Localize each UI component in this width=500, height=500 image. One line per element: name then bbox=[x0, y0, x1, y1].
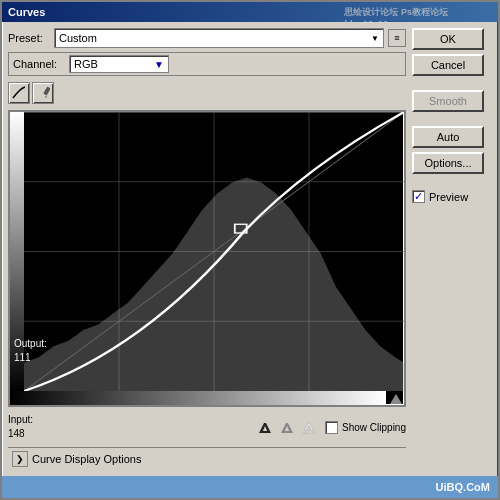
black-eyedropper-btn[interactable] bbox=[255, 417, 275, 437]
curves-window: Curves 思绘设计论坛 Ps教程论坛bbs.16x16.com Preset… bbox=[0, 0, 500, 500]
left-panel: Preset: Custom ▼ ≡ Channel: RGB ▼ bbox=[8, 28, 406, 470]
main-content: Preset: Custom ▼ ≡ Channel: RGB ▼ bbox=[2, 22, 498, 476]
svg-rect-15 bbox=[305, 431, 313, 433]
bottom-watermark: UiBQ.CoM bbox=[436, 481, 490, 493]
input-value: 148 bbox=[8, 427, 33, 441]
preset-label: Preset: bbox=[8, 32, 50, 44]
below-graph: Input: 148 bbox=[8, 411, 406, 443]
slider-triangle bbox=[390, 394, 402, 404]
show-clipping-row: Show Clipping bbox=[325, 421, 406, 434]
cancel-button[interactable]: Cancel bbox=[412, 54, 484, 76]
channel-row: Channel: RGB ▼ bbox=[8, 52, 406, 76]
options-button[interactable]: Options... bbox=[412, 152, 484, 174]
tools-row bbox=[8, 80, 406, 106]
channel-value: RGB bbox=[74, 58, 98, 70]
svg-rect-11 bbox=[261, 431, 269, 433]
preview-row: ✓ Preview bbox=[412, 190, 492, 203]
svg-rect-13 bbox=[283, 431, 291, 433]
horizontal-gradient bbox=[10, 391, 386, 405]
preview-label: Preview bbox=[429, 191, 468, 203]
input-display: Input: 148 bbox=[8, 413, 33, 441]
show-clipping-checkbox[interactable] bbox=[325, 421, 338, 434]
preview-check-mark: ✓ bbox=[414, 191, 423, 202]
ok-button[interactable]: OK bbox=[412, 28, 484, 50]
show-clipping-label: Show Clipping bbox=[342, 422, 406, 433]
curve-options-row: ❯ Curve Display Options bbox=[8, 447, 406, 470]
svg-marker-1 bbox=[45, 95, 47, 98]
smooth-button[interactable]: Smooth bbox=[412, 90, 484, 112]
title-bar: Curves 思绘设计论坛 Ps教程论坛bbs.16x16.com bbox=[2, 2, 498, 22]
channel-arrow: ▼ bbox=[154, 59, 164, 70]
channel-dropdown[interactable]: RGB ▼ bbox=[69, 55, 169, 73]
auto-button[interactable]: Auto bbox=[412, 126, 484, 148]
expand-curve-options-btn[interactable]: ❯ bbox=[12, 451, 28, 467]
preset-value: Custom bbox=[59, 32, 97, 44]
curve-tool-btn[interactable] bbox=[8, 82, 30, 104]
output-label-text: Output: bbox=[14, 337, 47, 351]
svg-rect-0 bbox=[43, 87, 50, 96]
bottom-bar: UiBQ.CoM bbox=[2, 476, 498, 498]
eyedropper-group bbox=[255, 417, 319, 437]
preview-checkbox[interactable]: ✓ bbox=[412, 190, 425, 203]
preset-options-icon[interactable]: ≡ bbox=[388, 29, 406, 47]
curves-graph[interactable]: Output: 111 bbox=[8, 110, 406, 407]
preset-arrow: ▼ bbox=[371, 34, 379, 43]
right-panel: OK Cancel Smooth Auto Options... ✓ Previ… bbox=[412, 28, 492, 470]
input-label-text: Input: bbox=[8, 413, 33, 427]
curve-options-label: Curve Display Options bbox=[32, 453, 141, 465]
white-eyedropper-btn[interactable] bbox=[299, 417, 319, 437]
pencil-tool-btn[interactable] bbox=[32, 82, 54, 104]
output-value: 111 bbox=[14, 351, 47, 365]
gray-eyedropper-btn[interactable] bbox=[277, 417, 297, 437]
preset-dropdown[interactable]: Custom ▼ bbox=[54, 28, 384, 48]
curves-svg bbox=[24, 112, 404, 391]
channel-label: Channel: bbox=[13, 58, 65, 70]
preset-row: Preset: Custom ▼ ≡ bbox=[8, 28, 406, 48]
output-display: Output: 111 bbox=[14, 337, 47, 365]
watermark-text: 思绘设计论坛 Ps教程论坛bbs.16x16.com bbox=[344, 6, 448, 29]
